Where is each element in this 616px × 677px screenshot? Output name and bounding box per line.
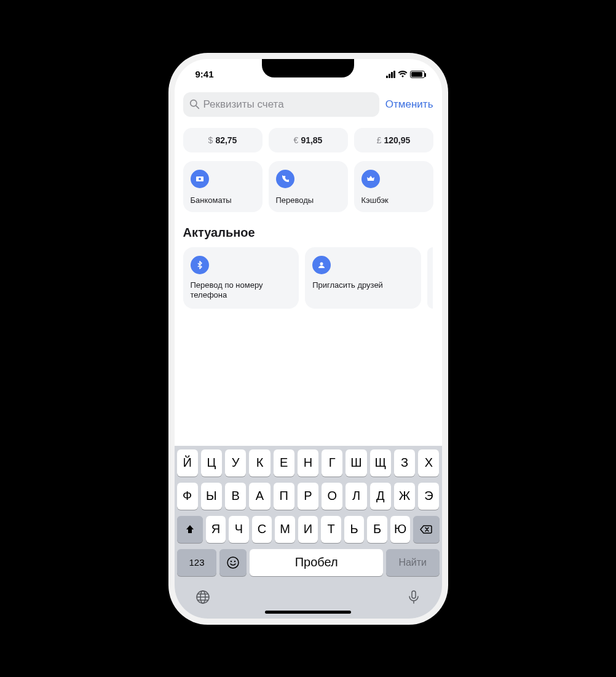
key[interactable]: Ь [344,516,365,543]
key[interactable]: Г [322,449,342,477]
home-indicator[interactable] [265,611,351,614]
svg-point-7 [234,560,235,561]
cancel-button[interactable]: Отменить [385,98,433,111]
key[interactable]: П [274,483,294,510]
status-indicators [386,71,425,78]
action-tiles: Банкоматы Переводы Кэшбэк [183,161,433,212]
shift-key[interactable] [177,516,203,543]
search-row: Реквизиты счета Отменить [183,92,433,117]
key[interactable]: Ю [390,516,411,543]
key[interactable]: А [249,483,270,510]
tile-cashback[interactable]: Кэшбэк [354,161,433,212]
keyboard-row-4: 123 Пробел Найти [177,549,440,576]
feature-label: Пригласить друзей [312,280,414,290]
rate-symbol: $ [208,135,213,145]
feature-invite-friends[interactable]: Пригласить друзей [305,247,421,309]
search-icon [189,99,200,109]
key[interactable]: Н [298,449,318,477]
enter-key[interactable]: Найти [386,549,440,576]
feature-cards: Перевод по номеру телефона Пригласить др… [183,247,433,309]
svg-point-3 [199,178,201,180]
rate-value: 120,95 [384,135,410,145]
key[interactable]: Ф [177,483,198,510]
key[interactable]: Э [418,483,439,510]
shift-icon [184,524,195,535]
key[interactable]: Л [346,483,366,510]
mic-key[interactable] [405,588,422,606]
notch [262,59,354,77]
svg-line-1 [196,106,199,108]
battery-icon [410,71,425,78]
numeric-key[interactable]: 123 [177,549,217,576]
feature-transfer-by-phone[interactable]: Перевод по номеру телефона [183,247,299,309]
search-placeholder: Реквизиты счета [203,98,284,111]
tile-atm[interactable]: Банкоматы [183,161,263,212]
key[interactable]: К [249,449,270,477]
key[interactable]: В [225,483,246,510]
rate-value: 82,75 [215,135,237,145]
key[interactable]: Ч [229,516,249,543]
rate-symbol: £ [377,135,382,145]
tile-label: Переводы [276,196,341,205]
key[interactable]: С [252,516,272,543]
rate-eur[interactable]: € 91,85 [269,128,348,152]
keyboard-footer [177,582,440,608]
key[interactable]: Б [367,516,387,543]
key[interactable]: Ц [201,449,222,477]
feature-peek[interactable] [427,247,433,309]
mic-icon [406,589,422,605]
key[interactable]: Я [206,516,226,543]
key[interactable]: Ш [346,449,366,477]
keyboard-row-2: Ф Ы В А П Р О Л Д Ж Э [177,483,440,510]
tile-label: Банкоматы [191,196,255,205]
svg-point-6 [231,560,232,561]
backspace-key[interactable] [413,516,439,543]
keyboard-row-3: Я Ч С М И Т Ь Б Ю [177,516,440,543]
key[interactable]: У [225,449,246,477]
svg-point-5 [227,557,239,568]
globe-key[interactable] [194,588,211,606]
space-key[interactable]: Пробел [250,549,382,576]
tile-label: Кэшбэк [361,196,426,205]
keyboard: Й Ц У К Е Н Г Ш Щ З Х Ф Ы В А П Р О Л [175,446,442,619]
signal-icon [386,71,395,78]
emoji-key[interactable] [219,549,247,576]
crown-icon [361,170,380,188]
section-title: Актуальное [183,226,433,240]
keyboard-row-1: Й Ц У К Е Н Г Ш Щ З Х [177,449,440,477]
phone-icon [276,170,294,188]
backspace-icon [419,524,433,535]
key[interactable]: Й [177,449,198,477]
tile-transfers[interactable]: Переводы [269,161,348,212]
bluetooth-icon [191,256,209,274]
key[interactable]: Р [298,483,318,510]
rate-usd[interactable]: $ 82,75 [183,128,263,152]
wifi-icon [398,71,408,78]
phone-screen: 9:41 Реквизиты счета Отменить [175,59,442,619]
key[interactable]: О [322,483,342,510]
rate-symbol: € [294,135,299,145]
feature-label: Перевод по номеру телефона [191,280,292,301]
cash-icon [191,170,209,188]
rates-row: $ 82,75 € 91,85 £ 120,95 [183,128,433,152]
key[interactable]: Х [418,449,439,477]
key[interactable]: М [275,516,295,543]
key[interactable]: Ы [201,483,222,510]
key[interactable]: Е [274,449,294,477]
emoji-icon [226,556,240,569]
person-add-icon [312,256,331,274]
key[interactable]: Т [321,516,341,543]
rate-gbp[interactable]: £ 120,95 [354,128,433,152]
phone-frame: 9:41 Реквизиты счета Отменить [168,53,448,625]
key[interactable]: Щ [370,449,391,477]
svg-rect-13 [412,591,416,598]
status-time: 9:41 [195,69,214,79]
globe-icon [195,589,211,605]
search-input[interactable]: Реквизиты счета [183,92,379,117]
key[interactable]: З [394,449,415,477]
key[interactable]: И [298,516,318,543]
key[interactable]: Ж [394,483,415,510]
rate-value: 91,85 [301,135,322,145]
svg-point-0 [190,100,196,106]
key[interactable]: Д [370,483,391,510]
